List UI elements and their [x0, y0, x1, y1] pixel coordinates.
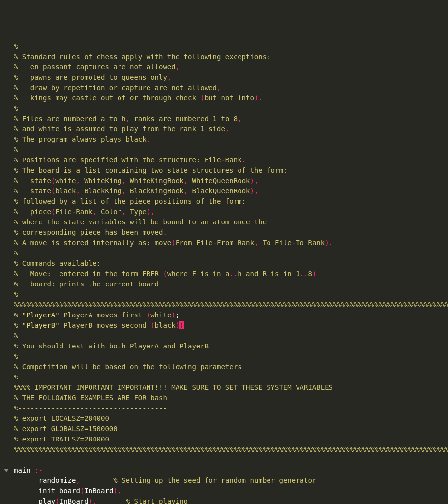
token-punct: )	[89, 497, 92, 504]
token-string: "PlayerB"	[22, 321, 60, 329]
token-comment: % state	[14, 177, 51, 185]
token-comment: %	[14, 249, 18, 257]
token-comment: black	[55, 187, 76, 195]
token-comment: %	[14, 104, 18, 112]
token-comment: black	[155, 321, 176, 329]
token-punct: (	[147, 311, 150, 319]
token-comment: %------------------------------------	[14, 404, 167, 412]
token-comment: % Standard rules of chess apply with the…	[14, 53, 271, 61]
token-comment: PlayerA moves first	[60, 311, 147, 319]
code-line: % THE FOLLOWING EXAMPLES ARE FOR bash	[4, 393, 444, 403]
token-punct: ..	[300, 270, 308, 278]
token-punct: ,	[121, 177, 125, 185]
code-line: %	[4, 372, 444, 382]
code-line: % "PlayerB" PlayerB moves second (black)…	[4, 320, 444, 331]
token-comment: To_File-To_Rank	[258, 239, 325, 247]
token-text: InBoard	[84, 487, 113, 495]
code-line: %------------------------------------	[4, 403, 444, 413]
code-line: % Move: entered in the form FRFR (where …	[4, 269, 444, 279]
code-line: % Standard rules of chess apply with the…	[4, 52, 444, 62]
code-line: %%%%%%%%%%%%%%%%%%%%%%%%%%%%%%%%%%%%%%%%…	[4, 300, 444, 310]
token-comment: %	[14, 373, 18, 381]
token-text: init_board	[39, 487, 80, 495]
token-comment: %	[14, 146, 18, 154]
code-line: %	[4, 248, 444, 258]
code-line: %	[4, 41, 444, 52]
token-punct: ,	[254, 187, 258, 195]
token-punct: ,	[184, 187, 188, 195]
token-comment: % corresponding piece has been moved	[14, 228, 163, 236]
token-comment: BlackKingRook	[126, 187, 184, 195]
token-comment: Color	[97, 208, 122, 216]
token-comment: %	[14, 311, 22, 319]
code-line: % export GLOBALSZ=1500000	[4, 424, 444, 434]
token-comment: % Commands available:	[14, 259, 101, 267]
token-punct: ,	[238, 115, 241, 123]
token-text: play	[39, 497, 56, 504]
code-line	[4, 455, 444, 465]
token-comment: % followed by a list of the piece positi…	[14, 197, 246, 205]
code-line: % Commands available:	[4, 258, 444, 269]
token-comment: % Positions are specified with the struc…	[14, 156, 242, 164]
code-line: %%%%%%%%%%%%%%%%%%%%%%%%%%%%%%%%%%%%%%%%…	[4, 444, 444, 455]
token-comment: %	[14, 290, 18, 298]
token-text: ;	[176, 311, 179, 319]
token-text: InBoard	[60, 497, 89, 504]
code-line: % export LOCALSZ=284000	[4, 413, 444, 424]
token-comment: %	[14, 321, 22, 329]
code-line: %	[4, 351, 444, 362]
token-punct: (	[150, 321, 154, 329]
token-punct: ,	[121, 208, 125, 216]
token-text: randomize	[39, 476, 76, 484]
token-comment: %	[14, 332, 18, 340]
token-comment: % The board is a list containing two sta…	[14, 166, 287, 174]
token-punct: ,	[254, 177, 258, 185]
token-comment: % draw by repetition or capture are not …	[14, 84, 217, 92]
token-punct: (	[163, 270, 167, 278]
token-comment: BlackQueenRook	[188, 187, 250, 195]
token-comment: % Setting up the seed for random number …	[80, 476, 316, 484]
token-comment: % and white is assumed to play from the …	[14, 125, 225, 133]
token-comment: % piece	[14, 208, 51, 216]
token-comment: % export GLOBALSZ=1500000	[14, 425, 118, 433]
code-line: % Competition will be based on the follo…	[4, 362, 444, 372]
code-line: % corresponding piece has been moved.	[4, 227, 444, 238]
code-line: % "PlayerA" PlayerA moves first (white);	[4, 310, 444, 320]
token-comment: % export LOCALSZ=284000	[14, 414, 109, 422]
token-comment: WhiteKing	[80, 177, 121, 185]
token-punct: ,	[92, 497, 96, 504]
code-line: % board: prints the current board	[4, 279, 444, 289]
code-line: % You should test with both PlayerA and …	[4, 341, 444, 351]
code-editor[interactable]: %% Standard rules of chess apply with th…	[0, 41, 448, 504]
token-punct: ..	[229, 270, 238, 278]
token-comment: white	[150, 311, 171, 319]
token-punct: ,	[92, 208, 96, 216]
token-text: main	[14, 466, 34, 474]
token-punct: (	[55, 497, 59, 504]
token-punct: )	[250, 177, 254, 185]
token-comment: 8	[308, 270, 312, 278]
token-punct: ,	[176, 63, 179, 71]
token-punct: ,	[217, 84, 221, 92]
token-comment: ranks are numbered 1 to 8	[130, 115, 238, 123]
token-comment: From_File-From_Rank	[176, 239, 254, 247]
code-line: init_board(InBoard),	[4, 486, 444, 496]
code-line: % Files are numbered a to h, ranks are n…	[4, 114, 444, 124]
token-comment: % The program always plays black	[14, 135, 147, 143]
code-line: play(InBoard), % Start playing	[4, 496, 444, 504]
code-line: % pawns are promoted to queens only,	[4, 72, 444, 83]
fold-marker-icon[interactable]	[4, 469, 9, 472]
code-line: % and white is assumed to play from the …	[4, 124, 444, 134]
token-comment: % Move: entered in the form FRFR	[14, 270, 163, 278]
token-comment: File-Rank	[55, 208, 92, 216]
token-comment: %%%% IMPORTANT IMPORTANT IMPORTANT!!! MA…	[14, 383, 333, 391]
token-punct: )	[312, 270, 316, 278]
token-comment: % state	[14, 187, 51, 195]
token-punct: ,	[76, 187, 80, 195]
code-line: main :-	[4, 465, 444, 475]
token-punct: )	[325, 239, 329, 247]
token-comment: % Competition will be based on the follo…	[14, 363, 242, 371]
code-line: %	[4, 331, 444, 341]
code-line: % kings may castle out of or through che…	[4, 93, 444, 103]
token-punct: .	[163, 228, 167, 236]
